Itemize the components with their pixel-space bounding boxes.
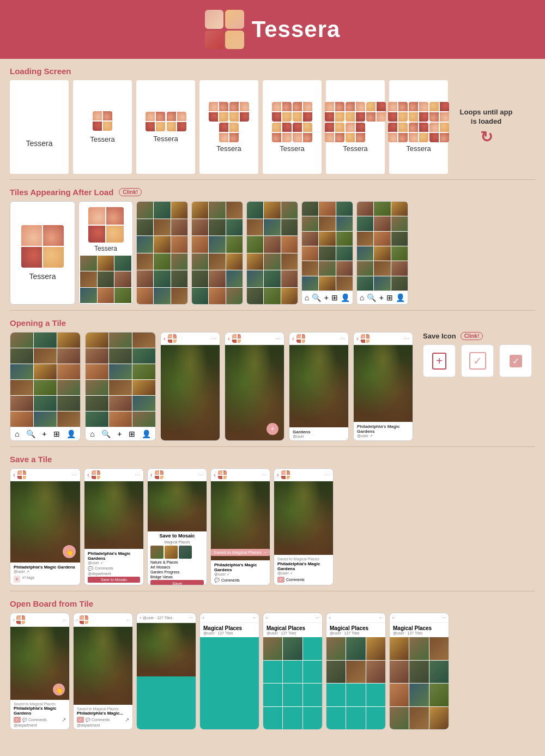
photo-full-3 (161, 345, 220, 440)
save-icon-check-outline[interactable]: ✓ (461, 344, 494, 377)
loading-frame-5: Tessera (263, 80, 322, 174)
board-frame-1: ‹ ··· 👆 Saved to Magical Places Philadel… (10, 613, 70, 730)
photo-full-6 (354, 345, 413, 422)
medium-tile-logo (88, 207, 124, 243)
place-name-5: Philadelphia's Magic Gardens (277, 561, 330, 571)
tiles-appearing-row: Tessera Tessera .ta-frame { background:w… (10, 201, 535, 305)
nav-person-7[interactable]: 👤 (396, 293, 405, 302)
opening-tile-section: Opening a Tile ⌂🔍+⊞👤 (0, 311, 545, 446)
save-tile-row: ‹ ··· 👆 Philadelphia's Magic Gardens @us… (10, 468, 535, 585)
back-arrow-3[interactable]: ‹ (164, 335, 166, 342)
open-board-title: Open Board from Tile (10, 599, 535, 608)
photo-full-5 (289, 345, 348, 427)
clink-badge-2: Clink! (461, 332, 483, 340)
tiles-frame-4 (191, 201, 243, 305)
art-mosaics: Art Mosaics (150, 565, 204, 569)
back-arrow-5[interactable]: ‹ (292, 335, 294, 342)
board-teal-1 (137, 676, 196, 730)
plus-icon: + (432, 353, 446, 370)
app-header: Tessera (0, 0, 545, 59)
opening-frame-1: ⌂🔍+⊞👤 (10, 332, 81, 441)
board-frame-7: ‹ ··· Magical Places @user · 127 Tiles (389, 613, 449, 730)
user-name-1: @user ↗ (14, 570, 77, 574)
save-modal-btn[interactable]: Save (150, 580, 204, 585)
app-title: Tessera (252, 16, 341, 43)
save-ph-1: ‹ ··· (10, 469, 80, 481)
board-user-4: @user · 127 Tiles (203, 631, 256, 635)
phone-header-6: ‹ ··· (354, 332, 413, 345)
save-icon-plus[interactable]: + (423, 344, 456, 377)
tile-icon-3b (167, 112, 186, 131)
more-dots-3[interactable]: ··· (211, 336, 217, 341)
board-teal-2 (200, 637, 259, 729)
save-hand-icon[interactable]: 👆 (63, 545, 76, 558)
save-modal-title: Save to Mosaic (150, 533, 204, 539)
opening-frame-5: ‹ ··· Gardens @user (289, 332, 349, 441)
tiles-frame-7: ⌂ 🔍 + ⊞ 👤 (356, 201, 408, 305)
nature-places: Nature & Places (150, 560, 204, 564)
back-arrow-4[interactable]: ‹ (228, 335, 230, 342)
photo-caption-5: Gardens @user (289, 427, 348, 440)
nav-add[interactable]: + (324, 293, 329, 302)
check-filled-icon: ✓ (510, 355, 522, 367)
tiles-appearing-title: Tiles Appearing After Load (10, 188, 113, 197)
board-name-5: Magical Places (267, 625, 319, 631)
refresh-icon: ↻ (480, 128, 493, 146)
place-name-1: Philadelphia's Magic Gardens (14, 565, 77, 570)
tile-icon-4a (209, 102, 228, 122)
save-icon-check-filled[interactable]: ✓ (499, 344, 532, 377)
nav-person[interactable]: 👤 (341, 293, 350, 302)
save-icon-section: Save Icon Clink! + ✓ ✓ (423, 332, 532, 377)
loading-frames-row: Tessera Tessera (10, 80, 448, 174)
more-dots-4[interactable]: ··· (275, 336, 281, 341)
board-name-4: Magical Places (203, 625, 256, 631)
caption-title-5: Gardens (293, 430, 345, 434)
board-name-7: Magical Places (393, 625, 445, 631)
photo-full-4: + (225, 345, 284, 440)
opening-frame-2: ⌂🔍+⊞👤 (85, 332, 156, 441)
tessera-label-6: Tessera (343, 144, 368, 153)
board-frame-2: ‹ ··· Saved to Magical Places Philadelph… (73, 613, 133, 730)
more-dots-5[interactable]: ··· (340, 336, 346, 341)
tessera-label-4: Tessera (216, 144, 241, 153)
header-logo (205, 10, 244, 49)
save-btn-overlay[interactable]: + (267, 423, 278, 435)
back-arrow-6[interactable]: ‹ (356, 335, 359, 342)
garden-progress: Garden Progress (150, 570, 204, 574)
nav-bar-o1: ⌂🔍+⊞👤 (10, 427, 80, 440)
save-icon-label: Save Icon (423, 332, 456, 340)
save-icons-row: + ✓ ✓ (423, 344, 532, 377)
tessera-label-3: Tessera (153, 135, 178, 143)
phone-header-5: ‹ ··· (289, 332, 348, 345)
opening-tile-title: Opening a Tile (10, 318, 535, 328)
save-frame-2: ‹ ··· Philadelphia's Magic Gardens @user… (84, 468, 144, 585)
nav-home-7[interactable]: ⌂ (360, 293, 364, 302)
save-tile-title: Save a Tile (10, 455, 535, 464)
nav-home[interactable]: ⌂ (305, 293, 309, 302)
save-tile-btn[interactable]: + (14, 576, 20, 583)
nav-grid[interactable]: ⊞ (331, 293, 338, 302)
save-to-mosaic-btn[interactable]: Save to Mosaic (88, 577, 140, 583)
nav-bar-o2: ⌂🔍+⊞👤 (86, 427, 155, 440)
nav-grid-7[interactable]: ⊞ (386, 293, 393, 302)
board-tap-icon[interactable]: 👆 (53, 684, 65, 695)
nav-add-7[interactable]: + (379, 293, 384, 302)
caption-title-6: Philadelphia's Magic Gardens (357, 424, 409, 434)
tiles-frame-6: ⌂ 🔍 + ⊞ 👤 (301, 201, 353, 305)
tiles-frame-5 (246, 201, 298, 305)
loading-frame-2: Tessera (73, 80, 132, 174)
loading-frame-3: Tessera (136, 80, 195, 174)
save-btn-2[interactable]: 💬 (88, 566, 93, 571)
nav-search[interactable]: 🔍 (312, 293, 321, 302)
opening-frame-6: ‹ ··· Philadelphia's Magic Gardens @user… (353, 332, 413, 441)
save-frame-1: ‹ ··· 👆 Philadelphia's Magic Gardens @us… (10, 468, 81, 585)
tile-icon-4b (229, 102, 249, 122)
board-row: ‹ ··· 👆 Saved to Magical Places Philadel… (10, 613, 535, 730)
tessera-label-5: Tessera (280, 144, 305, 153)
nav-search-7[interactable]: 🔍 (367, 293, 376, 302)
opening-frame-4: ‹ ··· + (225, 332, 284, 441)
more-dots-6[interactable]: ··· (404, 336, 410, 341)
saved-to-label: Saved to Magical Places → (211, 549, 270, 556)
logo-tile-3 (205, 31, 224, 50)
caption-sub-6: @user ↗ (357, 434, 409, 438)
